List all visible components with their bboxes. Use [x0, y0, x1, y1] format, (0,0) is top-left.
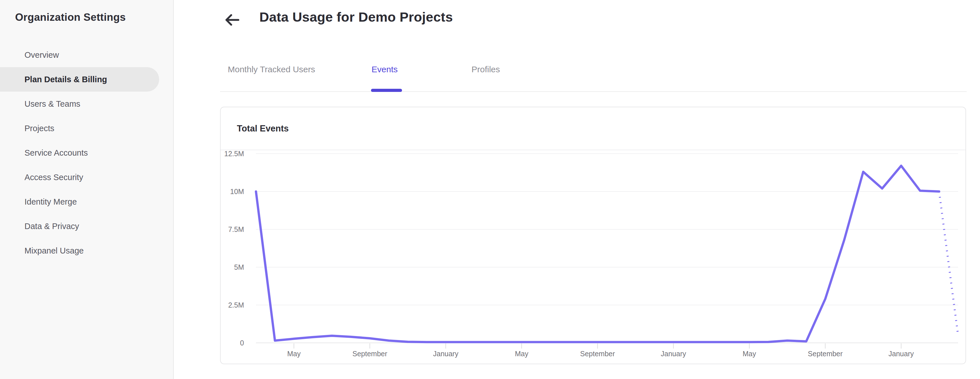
x-axis-label: May	[515, 350, 528, 358]
organization-settings-page: Organization Settings Overview Plan Deta…	[0, 0, 980, 379]
x-axis-label: January	[433, 350, 458, 358]
x-axis-label: May	[287, 350, 301, 358]
events-usage-chart[interactable]: 12.5M10M7.5M5M2.5M0MaySeptemberJanuaryMa…	[0, 0, 980, 379]
x-axis-label: September	[808, 350, 843, 358]
x-axis-label: January	[661, 350, 686, 358]
y-axis-label: 10M	[230, 187, 244, 195]
y-axis-label: 5M	[234, 263, 244, 271]
total-events-line	[256, 166, 939, 342]
x-axis-label: September	[580, 350, 615, 358]
y-axis-label: 0	[240, 339, 244, 347]
y-axis-label: 2.5M	[228, 301, 244, 309]
total-events-line-projection-dotted	[939, 192, 958, 335]
x-axis-label: May	[743, 350, 756, 358]
x-axis-label: September	[353, 350, 387, 358]
x-axis-label: January	[889, 350, 914, 358]
y-axis-label: 12.5M	[224, 150, 244, 158]
y-axis-label: 7.5M	[228, 225, 244, 233]
